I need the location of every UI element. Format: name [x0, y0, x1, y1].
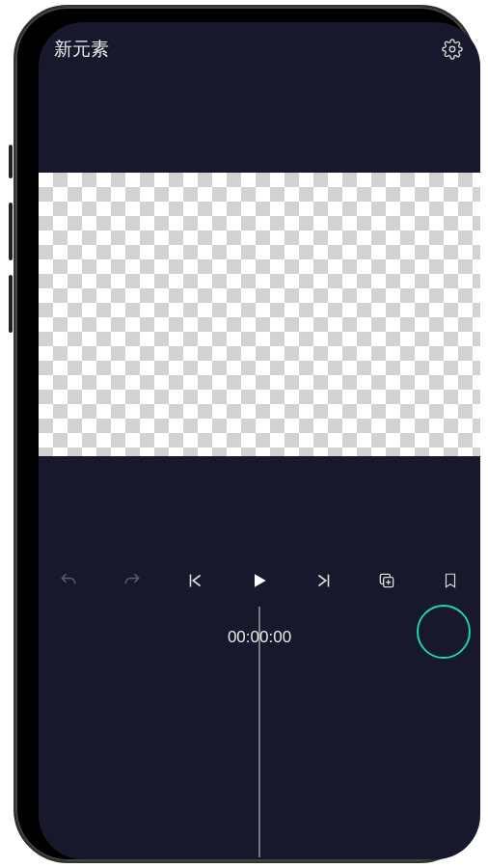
svg-marker-2	[255, 574, 266, 586]
preview-pad-top	[39, 68, 480, 173]
copy-button[interactable]	[363, 556, 411, 605]
redo-icon	[122, 571, 142, 590]
go-end-button[interactable]	[299, 556, 347, 605]
phone-frame: 新元素	[14, 5, 474, 863]
playback-toolbar	[39, 553, 480, 607]
add-element-button[interactable]	[417, 605, 471, 659]
settings-button[interactable]	[440, 37, 465, 62]
go-end-icon	[312, 570, 334, 591]
svg-point-0	[449, 46, 455, 52]
timeline[interactable]: 00:00:00	[39, 607, 480, 647]
undo-icon	[59, 571, 78, 590]
copy-icon	[377, 571, 396, 590]
play-icon	[250, 571, 269, 590]
play-button[interactable]	[235, 556, 284, 605]
redo-button[interactable]	[108, 556, 156, 605]
header-bar: 新元素	[39, 22, 480, 68]
canvas-preview[interactable]	[39, 173, 480, 456]
page-title: 新元素	[54, 37, 109, 62]
gear-icon	[442, 39, 463, 60]
undo-button[interactable]	[44, 556, 93, 605]
app-screen: 新元素	[39, 22, 480, 859]
playhead[interactable]	[259, 607, 260, 857]
bookmark-button[interactable]	[426, 556, 474, 605]
go-start-icon	[185, 570, 206, 591]
go-start-button[interactable]	[172, 556, 220, 605]
preview-pad-bottom	[39, 456, 480, 553]
bookmark-icon	[442, 571, 459, 590]
